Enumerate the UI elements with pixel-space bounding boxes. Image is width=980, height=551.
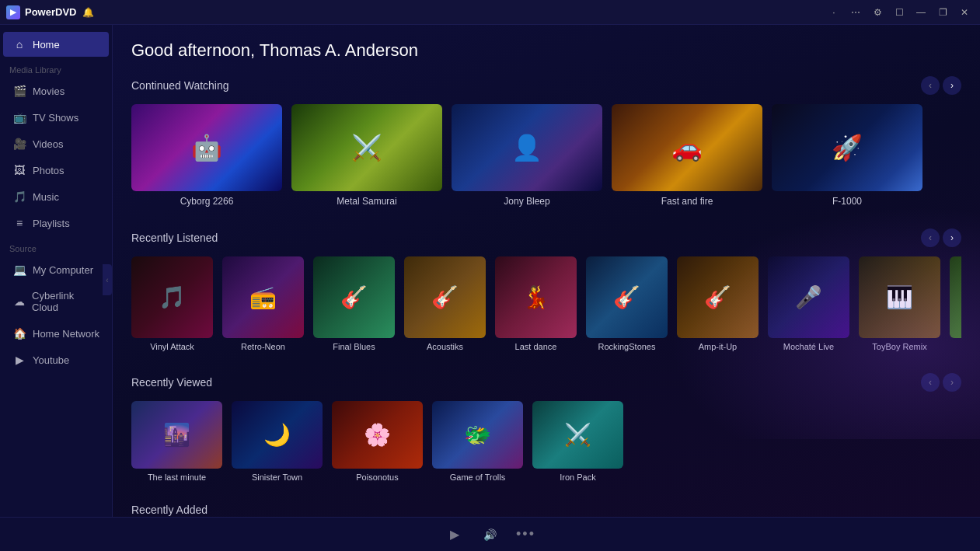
music-img-5: 🎸 [586, 256, 668, 338]
continued-watching-nav: ‹ › [921, 76, 961, 95]
recently-viewed-prev[interactable]: ‹ [921, 373, 940, 392]
music-label-3: Acoustiks [404, 342, 486, 351]
settings-btn[interactable]: ⚙ [868, 3, 887, 22]
video-thumb-jony[interactable]: 👤 Jony Bleep [452, 104, 602, 207]
viewed-label-1: Sinister Town [232, 473, 323, 482]
sidebar-item-movies[interactable]: 🎬 Movies [3, 78, 109, 103]
recently-viewed-header: Recently Viewed ‹ › [131, 373, 961, 392]
sidebar-mycomputer-label: My Computer [33, 264, 93, 276]
sidebar-item-photos[interactable]: 🖼 Photos [3, 158, 109, 183]
sidebar-videos-label: Videos [33, 138, 64, 150]
viewed-thumb-2[interactable]: 🌸 Poisonotus [332, 401, 423, 482]
cyborg-label: Cyborg 2266 [131, 196, 282, 207]
sidebar-item-homenetwork[interactable]: 🏠 Home Network [3, 321, 109, 346]
sidebar-item-home[interactable]: ⌂ Home [3, 32, 109, 57]
main-layout: ⌂ Home Media Library 🎬 Movies 📺 TV Shows… [0, 25, 980, 517]
f1000-image: 🚀 [772, 104, 922, 191]
sidebar-youtube-label: Youtube [33, 354, 69, 366]
continued-watching-next[interactable]: › [943, 76, 961, 95]
sidebar-item-cyberlink[interactable]: ☁ Cyberlink Cloud [3, 284, 109, 319]
fast-art: 🚗 [612, 104, 762, 191]
sidebar-item-videos[interactable]: 🎥 Videos [3, 131, 109, 156]
sidebar-collapse-btn[interactable]: ‹ [103, 264, 112, 295]
dot-menu-btn[interactable]: · [825, 3, 843, 22]
music-thumb-7[interactable]: 🎤 Mochaté Live [768, 256, 849, 351]
sidebar-tvshows-label: TV Shows [33, 112, 78, 124]
viewed-thumb-4[interactable]: ⚔️ Iron Pack [532, 401, 623, 482]
music-thumb-4[interactable]: 💃 Last dance [495, 256, 577, 351]
music-thumb-5[interactable]: 🎸 RockingStones [586, 256, 668, 351]
music-img-4: 💃 [495, 256, 577, 338]
jony-art: 👤 [452, 104, 602, 191]
greeting: Good afternoon, Thomas A. Anderson [131, 40, 961, 61]
videos-icon: 🎥 [12, 138, 26, 150]
sidebar-item-music[interactable]: 🎵 Music [3, 184, 109, 209]
viewed-img-2: 🌸 [332, 401, 423, 469]
music-label-2: Final Blues [313, 342, 395, 351]
notification-icon: 🔔 [82, 7, 94, 18]
recently-added-title: Recently Added [131, 504, 208, 516]
close-btn[interactable]: ✕ [955, 3, 974, 22]
app-icon: ▶ [6, 5, 20, 19]
sidebar-item-playlists[interactable]: ≡ Playlists [3, 211, 109, 235]
music-thumb-1[interactable]: 📻 Retro-Neon [222, 256, 304, 351]
recently-viewed-next[interactable]: › [943, 373, 961, 392]
recently-listened-row: 🎵 Vinyl Attack 📻 Retro-Neon 🎸 Final Blue… [131, 256, 961, 351]
player-bar: ▶ 🔊 ••• [0, 517, 980, 551]
music-thumb-8[interactable]: 🎹 ToyBoy Remix [859, 256, 940, 351]
jony-label: Jony Bleep [452, 196, 602, 207]
music-img-7: 🎤 [768, 256, 849, 338]
video-thumb-cyborg[interactable]: 🤖 Cyborg 2266 [131, 104, 282, 207]
mycomputer-icon: 💻 [12, 263, 26, 276]
sidebar-item-mycomputer[interactable]: 💻 My Computer [3, 257, 109, 282]
jony-overlay: 👤 [452, 104, 602, 191]
sidebar-homenetwork-label: Home Network [33, 328, 99, 340]
recently-viewed-title: Recently Viewed [131, 376, 212, 389]
media-library-section: Media Library [0, 58, 112, 78]
sidebar-item-youtube[interactable]: ▶ Youtube [3, 347, 109, 372]
sidebar-movies-label: Movies [33, 85, 65, 97]
home-icon: ⌂ [12, 38, 26, 51]
music-thumb-9[interactable]: 🎧 YES NoMor [950, 256, 961, 351]
viewed-label-0: The last minute [131, 473, 222, 482]
f1000-label: F-1000 [772, 196, 922, 207]
recently-viewed-row: 🌆 The last minute 🌙 Sinister Town 🌸 Pois… [131, 401, 961, 482]
play-button[interactable]: ▶ [443, 523, 466, 546]
f1000-art: 🚀 [772, 104, 922, 191]
viewed-label-2: Poisonotus [332, 473, 423, 482]
content-area: Good afternoon, Thomas A. Anderson Conti… [113, 25, 980, 517]
recently-listened-next[interactable]: › [943, 228, 961, 247]
video-thumb-fast[interactable]: 🚗 Fast and fire [612, 104, 762, 207]
share-btn[interactable]: ⋯ [846, 3, 865, 22]
restore-btn[interactable]: ❐ [933, 3, 952, 22]
viewed-thumb-0[interactable]: 🌆 The last minute [131, 401, 222, 482]
f1000-overlay: 🚀 [772, 104, 922, 191]
sidebar-home-label: Home [33, 39, 60, 51]
viewed-thumb-1[interactable]: 🌙 Sinister Town [232, 401, 323, 482]
music-label-5: RockingStones [586, 342, 668, 351]
music-thumb-2[interactable]: 🎸 Final Blues [313, 256, 395, 351]
more-button[interactable]: ••• [514, 523, 538, 546]
continued-watching-section: Continued Watching ‹ › 🤖 Cyborg 2266 [131, 76, 961, 207]
continued-watching-prev[interactable]: ‹ [921, 76, 940, 95]
sidebar: ⌂ Home Media Library 🎬 Movies 📺 TV Shows… [0, 25, 113, 517]
recently-listened-prev[interactable]: ‹ [921, 228, 940, 247]
video-thumb-metal[interactable]: ⚔️ Metal Samurai [291, 104, 442, 207]
music-thumb-3[interactable]: 🎸 Acoustiks [404, 256, 486, 351]
recently-listened-section: Recently Listened ‹ › 🎵 Vinyl Attack 📻 R… [131, 228, 961, 351]
music-label-9: YES NoMor [950, 342, 961, 351]
sidebar-item-tvshows[interactable]: 📺 TV Shows [3, 105, 109, 130]
music-img-9: 🎧 [950, 256, 961, 338]
music-thumb-6[interactable]: 🎸 Amp-it-Up [677, 256, 759, 351]
minimize-btn[interactable]: — [912, 3, 930, 22]
volume-button[interactable]: 🔊 [479, 523, 502, 546]
viewed-label-4: Iron Pack [532, 473, 623, 482]
video-thumb-f1000[interactable]: 🚀 F-1000 [772, 104, 922, 207]
viewed-thumb-3[interactable]: 🐲 Game of Trolls [432, 401, 523, 482]
monitor-btn[interactable]: ☐ [890, 3, 909, 22]
music-label-7: Mochaté Live [768, 342, 849, 351]
window-controls: · ⋯ ⚙ ☐ — ❐ ✕ [825, 3, 974, 22]
fast-label: Fast and fire [612, 196, 762, 207]
music-thumb-0[interactable]: 🎵 Vinyl Attack [131, 256, 213, 351]
cloud-icon: ☁ [12, 295, 26, 308]
